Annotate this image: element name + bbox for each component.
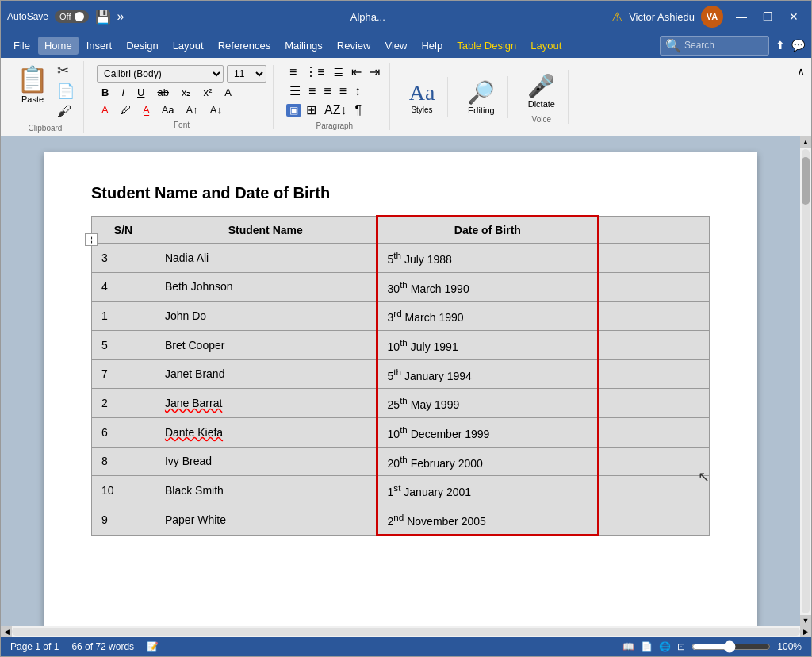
read-mode-icon[interactable]: 📖 (622, 641, 634, 652)
editing-label: Editing (468, 106, 495, 115)
dictate-button[interactable]: 🎤 Dictate (521, 70, 561, 112)
editing-icon: 🔎 (467, 79, 495, 106)
show-marks-button[interactable]: ¶ (351, 102, 365, 118)
decrease-indent-button[interactable]: ⇤ (348, 63, 365, 80)
highlight-button[interactable]: 🖊 (116, 102, 136, 117)
collapse-ribbon-button[interactable]: ∧ (797, 65, 805, 78)
text-color-button[interactable]: A̲ (138, 102, 155, 117)
borders-button[interactable]: ⊞ (303, 102, 320, 118)
menu-insert[interactable]: Insert (80, 36, 119, 55)
voice-label: Voice (532, 115, 551, 124)
italic-button[interactable]: I (117, 85, 129, 100)
copy-button[interactable]: 📄 (55, 82, 77, 101)
menu-mailings[interactable]: Mailings (278, 36, 329, 55)
paste-button[interactable]: 📋 Paste (13, 61, 52, 107)
ribbon-clipboard-content: 📋 Paste ✂ 📄 🖌 (13, 61, 77, 121)
cell-dob: 1st January 2001 (377, 476, 599, 505)
search-box[interactable]: 🔍 (660, 36, 769, 56)
doc-area: ⊹ Student Name and Date of Birth S/N Stu… (1, 136, 811, 626)
editing-button[interactable]: 🔎 Editing (461, 76, 501, 118)
menu-help[interactable]: Help (415, 36, 449, 55)
autosave-dot (75, 12, 84, 21)
comment-button[interactable]: 💬 (791, 39, 805, 52)
scroll-right-button[interactable]: ▶ (800, 626, 811, 637)
cell-name: Ivy Bread (155, 447, 377, 476)
strikethrough-button[interactable]: ab (152, 85, 173, 100)
scroll-down-button[interactable]: ▼ (800, 615, 811, 626)
cell-sn: 7 (92, 359, 155, 389)
cell-dob: 5th July 1988 (377, 244, 599, 273)
minimize-button[interactable]: — (730, 7, 753, 26)
numbering-button[interactable]: ⋮≡ (301, 63, 327, 80)
sort-button[interactable]: AZ↓ (321, 102, 350, 118)
user-avatar[interactable]: VA (701, 6, 723, 28)
font-family-select[interactable]: Calibri (Body) (97, 65, 224, 83)
menu-review[interactable]: Review (331, 36, 377, 55)
change-case-button[interactable]: Aa (157, 102, 179, 117)
text-effects-button[interactable]: A (220, 85, 236, 100)
scroll-thumb[interactable] (802, 157, 810, 205)
search-input[interactable] (684, 40, 764, 51)
ribbon: 📋 Paste ✂ 📄 🖌 Clipboard Calibr (1, 58, 811, 136)
menu-design[interactable]: Design (120, 36, 164, 55)
menu-layout[interactable]: Layout (167, 36, 210, 55)
cut-button[interactable]: ✂ (55, 61, 77, 80)
close-button[interactable]: ✕ (783, 7, 805, 26)
shading-button[interactable]: ▣ (286, 104, 301, 117)
quick-access-more-icon[interactable]: » (117, 10, 124, 24)
ribbon-clipboard-group: 📋 Paste ✂ 📄 🖌 Clipboard (7, 61, 84, 133)
shrink-font-button[interactable]: A↓ (205, 102, 227, 117)
grow-font-button[interactable]: A↑ (182, 102, 203, 117)
header-dob: Date of Birth (377, 217, 599, 244)
word-window: AutoSave Off 💾 » Alpha... ⚠ Victor Ashie… (0, 0, 812, 657)
menu-references[interactable]: References (212, 36, 277, 55)
print-layout-icon[interactable]: 📄 (641, 641, 653, 652)
cell-extra (599, 302, 710, 331)
bullets-button[interactable]: ≡ (286, 64, 300, 80)
font-size-select[interactable]: 11 (227, 65, 266, 83)
user-name: Victor Ashiedu (629, 11, 695, 23)
collapse-ribbon-area: ∧ (797, 61, 805, 79)
cell-extra (599, 244, 710, 273)
zoom-slider[interactable] (691, 640, 771, 653)
menu-table-design[interactable]: Table Design (450, 36, 523, 55)
menu-file[interactable]: File (7, 36, 36, 55)
subscript-button[interactable]: x₂ (177, 85, 196, 100)
doc-scroll-area[interactable]: ⊹ Student Name and Date of Birth S/N Stu… (1, 136, 800, 626)
cell-sn: 5 (92, 330, 155, 359)
restore-button[interactable]: ❐ (756, 7, 779, 26)
save-icon[interactable]: 💾 (95, 10, 111, 25)
menu-view[interactable]: View (378, 36, 413, 55)
autosave-toggle[interactable]: Off (55, 10, 88, 23)
scroll-up-button[interactable]: ▲ (800, 136, 811, 148)
cell-extra (599, 505, 710, 535)
line-spacing-button[interactable]: ↕ (351, 83, 364, 99)
format-painter-button[interactable]: 🖌 (55, 102, 77, 121)
align-left-button[interactable]: ☰ (286, 83, 304, 99)
styles-button[interactable]: Aa Styles (403, 77, 442, 117)
underline-button[interactable]: U (132, 85, 149, 100)
increase-indent-button[interactable]: ⇥ (366, 63, 383, 80)
web-layout-icon[interactable]: 🌐 (659, 641, 671, 652)
ribbon-voice-group: 🎤 Dictate Voice (515, 70, 569, 124)
menu-layout-table[interactable]: Layout (524, 36, 568, 55)
vertical-scrollbar[interactable]: ▲ ▼ (800, 136, 811, 626)
focus-mode-icon[interactable]: ⊡ (677, 641, 685, 652)
horizontal-scrollbar[interactable]: ◀ ▶ (1, 626, 811, 637)
scroll-left-button[interactable]: ◀ (1, 626, 12, 637)
menu-home[interactable]: Home (38, 36, 79, 55)
align-right-button[interactable]: ≡ (320, 83, 334, 99)
bold-button[interactable]: B (97, 85, 113, 100)
table-row: 4Beth Johnson30th March 1990 (92, 272, 710, 302)
table-row: 10Black Smith1st January 2001 (92, 476, 710, 505)
superscript-button[interactable]: x² (198, 85, 216, 100)
align-center-button[interactable]: ≡ (305, 83, 319, 99)
font-label: Font (174, 121, 190, 129)
para-row-3: ▣ ⊞ AZ↓ ¶ (286, 102, 383, 118)
font-group-content: Calibri (Body) 11 B I U ab x₂ x² A (97, 65, 266, 117)
justify-button[interactable]: ≡ (336, 83, 350, 99)
share-button[interactable]: ⬆ (776, 39, 785, 52)
multilevel-button[interactable]: ≣ (330, 63, 347, 80)
font-color-button[interactable]: A (97, 102, 113, 117)
table-move-handle[interactable]: ⊹ (85, 233, 98, 246)
